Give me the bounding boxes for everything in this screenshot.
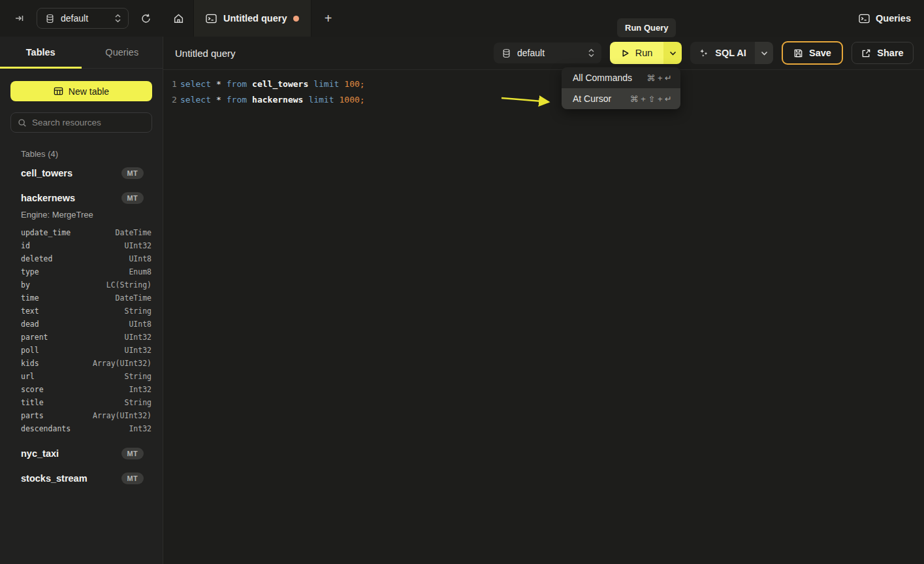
column-row: pollUInt32 <box>0 344 163 357</box>
column-name: type <box>21 267 39 276</box>
column-name: time <box>21 293 39 303</box>
engine-label: Engine: MergeTree <box>21 210 163 220</box>
column-name: text <box>21 307 39 316</box>
toolbar-database-selector[interactable]: default <box>494 42 601 63</box>
toolbar-controls: default Run <box>494 41 914 65</box>
column-type: String <box>124 372 151 381</box>
topbar-database-value: default <box>61 13 108 24</box>
table-name: hackernews <box>21 193 75 203</box>
chevron-updown-icon <box>588 48 595 58</box>
column-row: textString <box>0 305 163 318</box>
share-button[interactable]: Share <box>852 42 914 64</box>
tab-untitled-query[interactable]: Untitled query <box>193 0 311 37</box>
column-type: UInt8 <box>129 254 151 263</box>
tabstrip: Untitled query + <box>163 0 344 37</box>
code-text: select*fromcell_towerslimit100; <box>180 79 365 89</box>
engine-badge: MT <box>121 167 144 179</box>
sidebar-tab-queries-label: Queries <box>105 47 138 58</box>
column-name: update_time <box>21 228 71 237</box>
search-icon <box>18 118 27 127</box>
table-row-nyc-taxi[interactable]: nyc_taxi MT <box>0 442 163 464</box>
menu-item-at-cursor[interactable]: At Cursor ⌘ + ⇧ + ↵ <box>562 88 680 109</box>
topbar: default <box>0 0 924 37</box>
menu-item-all-commands[interactable]: All Commands ⌘ + ↵ <box>562 67 680 88</box>
toolbar-database-value: default <box>517 48 582 58</box>
sidebar-tab-tables[interactable]: Tables <box>0 37 82 68</box>
sidebar-tab-queries[interactable]: Queries <box>82 37 163 68</box>
run-query-tooltip: Run Query <box>617 18 676 37</box>
topbar-database-selector[interactable]: default <box>37 8 129 29</box>
run-split-button: Run <box>610 42 682 64</box>
column-name: kids <box>21 359 39 368</box>
sidebar-tab-tables-label: Tables <box>26 47 56 58</box>
terminal-icon <box>859 14 870 24</box>
run-button-label: Run <box>635 48 653 58</box>
table-name: cell_towers <box>21 168 72 178</box>
new-tab-button[interactable]: + <box>311 0 344 37</box>
share-icon <box>861 48 871 58</box>
chevron-down-icon <box>669 51 677 56</box>
share-button-label: Share <box>877 48 903 58</box>
database-icon <box>45 14 55 24</box>
sql-editor[interactable]: 1 select*fromcell_towerslimit100; 2 sele… <box>163 70 924 564</box>
main-area: Untitled query default <box>163 37 924 564</box>
table-row-stocks-stream[interactable]: stocks_stream MT <box>0 467 163 489</box>
home-icon <box>173 13 184 24</box>
tables-section-label: Tables (4) <box>21 149 163 159</box>
column-name: by <box>21 280 30 290</box>
column-name: id <box>21 241 30 250</box>
sql-ai-options-button[interactable] <box>755 42 773 64</box>
query-toolbar: Untitled query default <box>163 37 924 70</box>
table-row-cell-towers[interactable]: cell_towers MT <box>0 162 163 184</box>
refresh-icon <box>140 13 151 24</box>
column-row: timeDateTime <box>0 291 163 305</box>
queries-button[interactable]: Queries <box>859 13 911 24</box>
column-type: DateTime <box>116 228 151 237</box>
column-name: parent <box>21 333 48 342</box>
search-input[interactable] <box>32 118 145 127</box>
save-icon <box>793 48 803 58</box>
column-row: typeEnum8 <box>0 265 163 278</box>
column-name: parts <box>21 411 44 420</box>
new-table-label: New table <box>69 86 109 97</box>
save-button[interactable]: Save <box>782 41 843 65</box>
line-number: 1 <box>163 79 175 89</box>
column-type: Array(UInt32) <box>93 411 151 420</box>
table-row-hackernews[interactable]: hackernews MT <box>0 187 163 208</box>
menu-item-label: At Cursor <box>573 93 611 104</box>
sparkles-icon <box>699 48 709 58</box>
column-type: DateTime <box>116 293 151 303</box>
code-line-2: 2 select*fromhackernewslimit1000; <box>163 91 924 107</box>
engine-badge: MT <box>121 473 144 484</box>
column-type: String <box>124 398 151 407</box>
column-name: deleted <box>21 254 52 263</box>
chevron-down-icon <box>761 51 768 56</box>
column-row: partsArray(UInt32) <box>0 409 163 422</box>
column-row: urlString <box>0 370 163 383</box>
column-row: byLC(String) <box>0 278 163 291</box>
collapse-sidebar-button[interactable] <box>12 10 27 26</box>
column-type: LC(String) <box>106 280 151 290</box>
sql-ai-button[interactable]: SQL AI <box>690 42 755 64</box>
terminal-icon <box>206 14 217 24</box>
run-options-button[interactable] <box>663 42 682 64</box>
column-name: descendants <box>21 424 71 433</box>
column-row: deletedUInt8 <box>0 252 163 265</box>
column-name: url <box>21 372 35 381</box>
table-name: stocks_stream <box>21 473 88 484</box>
column-row: titleString <box>0 396 163 409</box>
column-type: UInt32 <box>124 346 151 355</box>
run-button[interactable]: Run <box>610 42 663 64</box>
tab-home[interactable] <box>163 0 193 37</box>
query-title: Untitled query <box>175 48 236 59</box>
new-table-button[interactable]: New table <box>10 81 152 101</box>
refresh-button[interactable] <box>138 10 154 27</box>
column-row: update_timeDateTime <box>0 226 163 239</box>
search-box <box>10 112 152 133</box>
menu-item-label: All Commands <box>573 73 632 83</box>
sidebar-tabs: Tables Queries <box>0 37 163 69</box>
column-type: Int32 <box>129 424 151 433</box>
column-type: Int32 <box>129 385 151 394</box>
plus-icon: + <box>325 11 332 26</box>
column-type: UInt8 <box>129 320 151 329</box>
